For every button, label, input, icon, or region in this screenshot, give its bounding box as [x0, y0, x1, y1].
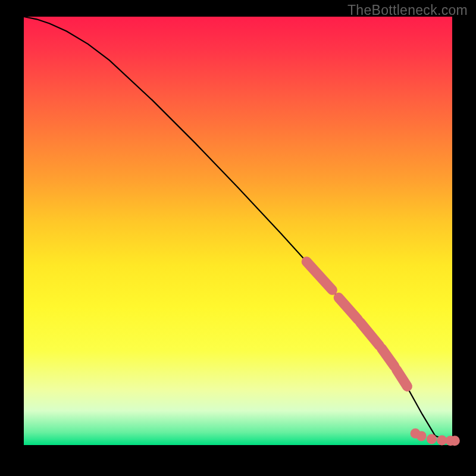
highlight-dot: [427, 434, 437, 444]
highlight-segment: [381, 348, 394, 366]
highlight-segments: [306, 262, 407, 387]
highlight-segment: [339, 298, 358, 320]
highlight-segment: [360, 322, 379, 346]
highlight-dot: [416, 431, 427, 441]
main-curve: [24, 17, 452, 443]
chart-overlay: [24, 17, 452, 445]
highlight-dots: [411, 428, 460, 446]
chart-frame: TheBottleneck.com: [0, 0, 476, 476]
highlight-segment: [396, 369, 407, 386]
watermark-text: TheBottleneck.com: [347, 2, 468, 18]
highlight-segment: [306, 262, 332, 290]
highlight-dot: [450, 436, 460, 446]
